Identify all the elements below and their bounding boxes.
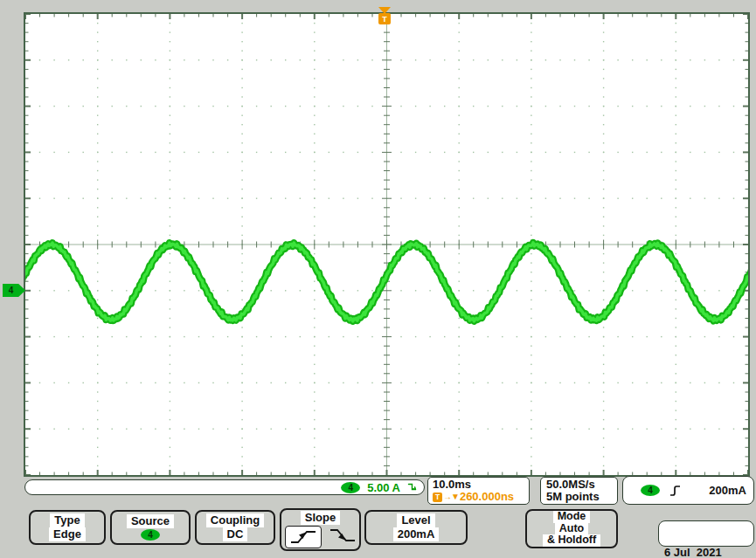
probe-signal-icon <box>407 482 418 493</box>
channel4-badge: 4 <box>341 482 360 493</box>
sample-rate: 50.0MS/s <box>546 479 612 491</box>
menu-source-channel-badge: 4 <box>141 529 160 541</box>
menu-trigger-source[interactable]: Source 4 <box>110 510 191 545</box>
menu-trigger-coupling-label: Coupling <box>206 513 264 527</box>
trigger-flag-icon: T <box>378 13 391 24</box>
trigger-delay-value: 260.000ns <box>460 491 514 503</box>
acquisition-readout-box: 50.0MS/s 5M points <box>540 477 618 505</box>
slope-option-rising[interactable] <box>285 526 322 548</box>
trigger-position-marker[interactable]: T <box>378 7 391 24</box>
menu-trigger-level-value: 200mA <box>393 527 440 541</box>
waveform-trace-ch4 <box>25 14 748 475</box>
rising-edge-icon <box>289 529 317 545</box>
slope-option-falling[interactable] <box>329 527 357 547</box>
record-length: 5M points <box>546 491 612 503</box>
timebase-scale: 10.0ms <box>433 479 524 491</box>
menu-trigger-level-label: Level <box>397 513 434 527</box>
menu-trigger-source-label: Source <box>127 514 174 528</box>
channel4-scale-readout: 5.00 A <box>367 481 400 494</box>
menu-trigger-mode[interactable]: Mode Auto & Holdoff <box>525 509 618 548</box>
menu-trigger-type[interactable]: Type Edge <box>29 510 106 545</box>
menu-trigger-mode-label: Mode <box>553 511 591 523</box>
menu-trigger-mode-value1: Auto <box>555 523 588 535</box>
channel-readout-bar: 4 5.00 A <box>24 479 425 495</box>
falling-edge-icon <box>329 527 357 543</box>
trigger-t-icon: T <box>433 493 442 502</box>
trigger-channel-badge: 4 <box>641 485 660 496</box>
graticule <box>24 12 750 477</box>
channel4-ground-marker[interactable]: 4 <box>3 284 25 297</box>
menu-trigger-mode-value2: & Holdoff <box>543 534 600 547</box>
slope-options <box>285 526 357 548</box>
menu-trigger-coupling[interactable]: Coupling DC <box>195 510 275 545</box>
menu-trigger-slope[interactable]: Slope <box>280 508 361 551</box>
menu-trigger-type-value: Edge <box>49 527 86 541</box>
oscilloscope-screen: 4 T 4 5.00 A 10.0ms T →▼ 260.000ns 50.0M… <box>0 0 756 558</box>
trigger-delay-readout: T →▼ 260.000ns <box>433 491 524 503</box>
menu-trigger-level[interactable]: Level 200mA <box>364 510 468 545</box>
trigger-readout-box: 4 200mA <box>622 476 754 505</box>
menu-trigger-type-label: Type <box>50 513 84 527</box>
date-value: 6 Jul 2021 <box>664 547 750 558</box>
datetime-box: 6 Jul 2021 13:24:02 <box>658 520 754 547</box>
menu-trigger-coupling-value: DC <box>223 527 248 541</box>
menu-trigger-slope-label: Slope <box>301 511 340 525</box>
rising-slope-icon <box>669 484 681 498</box>
channel4-ground-marker-label: 4 <box>9 286 14 295</box>
trigger-level-readout: 200mA <box>709 484 746 497</box>
delay-arrows-icon: →▼ <box>443 491 459 503</box>
timebase-readout-box: 10.0ms T →▼ 260.000ns <box>427 477 530 505</box>
